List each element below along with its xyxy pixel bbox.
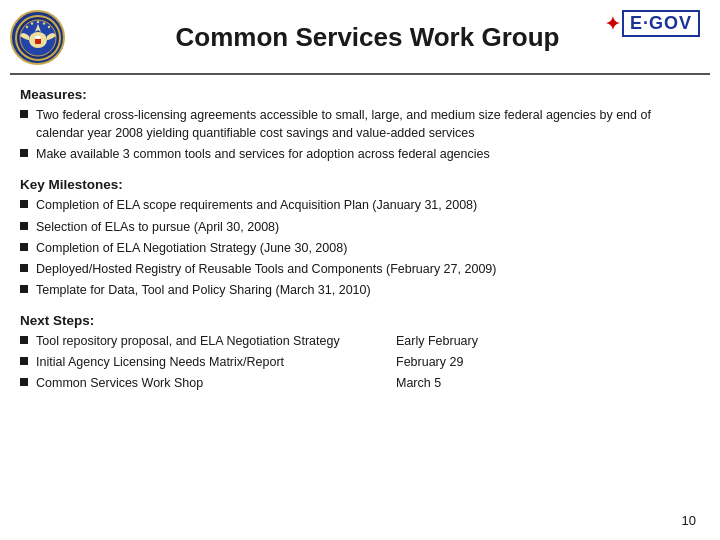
milestone-bullet-5: Template for Data, Tool and Policy Shari… <box>36 281 700 299</box>
page-container: Common Services Work Group ✦ E·GOV Measu… <box>0 0 720 540</box>
measures-bullet-2: Make available 3 common tools and servic… <box>36 145 700 163</box>
next-step-label-2: Initial Agency Licensing Needs Matrix/Re… <box>36 353 396 371</box>
measures-section: Measures: Two federal cross-licensing ag… <box>20 87 700 163</box>
bullet-icon <box>20 200 28 208</box>
bullet-icon <box>20 222 28 230</box>
next-step-label-3: Common Services Work Shop <box>36 374 396 392</box>
bullet-icon <box>20 357 28 365</box>
svg-point-10 <box>25 25 27 27</box>
content-area: Measures: Two federal cross-licensing ag… <box>0 75 720 416</box>
list-item: Tool repository proposal, and ELA Negoti… <box>20 332 700 350</box>
measures-bullet-1: Two federal cross-licensing agreements a… <box>36 106 700 142</box>
list-item: Make available 3 common tools and servic… <box>20 145 700 163</box>
milestone-bullet-1: Completion of ELA scope requirements and… <box>36 196 700 214</box>
list-item: Deployed/Hosted Registry of Reusable Too… <box>20 260 700 278</box>
next-step-date-3: March 5 <box>396 374 700 392</box>
next-step-date-1: Early February <box>396 332 700 350</box>
bullet-icon <box>20 264 28 272</box>
milestone-bullet-3: Completion of ELA Negotiation Strategy (… <box>36 239 700 257</box>
list-item: Template for Data, Tool and Policy Shari… <box>20 281 700 299</box>
next-step-date-2: February 29 <box>396 353 700 371</box>
list-item: Two federal cross-licensing agreements a… <box>20 106 700 142</box>
list-item: Selection of ELAs to pursue (April 30, 2… <box>20 218 700 236</box>
egov-label: E·GOV <box>622 10 700 37</box>
list-item: Initial Agency Licensing Needs Matrix/Re… <box>20 353 700 371</box>
measures-list: Two federal cross-licensing agreements a… <box>20 106 700 163</box>
next-step-label-1: Tool repository proposal, and ELA Negoti… <box>36 332 396 350</box>
bullet-icon <box>20 285 28 293</box>
key-milestones-section: Key Milestones: Completion of ELA scope … <box>20 177 700 299</box>
list-item: Common Services Work Shop March 5 <box>20 374 700 392</box>
next-steps-list: Tool repository proposal, and ELA Negoti… <box>20 332 700 392</box>
milestone-bullet-4: Deployed/Hosted Registry of Reusable Too… <box>36 260 700 278</box>
list-item: Completion of ELA Negotiation Strategy (… <box>20 239 700 257</box>
milestone-bullet-2: Selection of ELAs to pursue (April 30, 2… <box>36 218 700 236</box>
svg-point-9 <box>30 22 32 24</box>
bullet-icon <box>20 243 28 251</box>
page-number: 10 <box>682 513 696 528</box>
egov-star-icon: ✦ <box>605 13 620 35</box>
egov-logo: ✦ E·GOV <box>605 10 700 37</box>
milestones-list: Completion of ELA scope requirements and… <box>20 196 700 299</box>
next-steps-section: Next Steps: Tool repository proposal, an… <box>20 313 700 392</box>
measures-title: Measures: <box>20 87 700 102</box>
bullet-icon <box>20 378 28 386</box>
header: Common Services Work Group ✦ E·GOV <box>0 0 720 73</box>
next-steps-title: Next Steps: <box>20 313 700 328</box>
bullet-icon <box>20 149 28 157</box>
milestones-title: Key Milestones: <box>20 177 700 192</box>
list-item: Completion of ELA scope requirements and… <box>20 196 700 214</box>
page-title: Common Services Work Group <box>35 22 700 53</box>
bullet-icon <box>20 336 28 344</box>
bullet-icon <box>20 110 28 118</box>
